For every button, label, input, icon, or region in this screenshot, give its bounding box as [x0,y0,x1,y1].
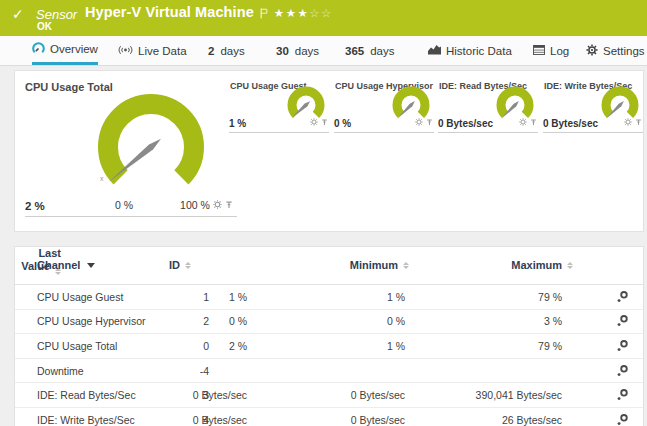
column-label: Maximum [511,259,562,271]
flag-icon[interactable] [260,5,268,23]
tab-label: Log [550,45,569,57]
table-row[interactable]: CPU Usage Total 0 2 % 1 % 79 % [15,334,643,359]
gauge-settings-gear-icon[interactable] [310,112,318,130]
rating-stars[interactable]: ★★★☆☆ [274,6,333,20]
channel-maximum: 79 % [538,291,562,303]
channel-name[interactable]: CPU Usage Guest [37,291,123,303]
sort-desc-caret-icon [87,263,95,268]
gauge-pin-icon[interactable] [321,112,328,130]
gauges-panel: CPU Usage Total x 0 % 100 % 2 % CPU Usag… [14,70,644,232]
gauge-pin-icon[interactable] [426,112,433,130]
channel-name[interactable]: CPU Usage Total [37,340,117,352]
table-row[interactable]: CPU Usage Guest 1 1 % 1 % 79 % [15,285,643,310]
tab-overview[interactable]: Overview [32,36,98,65]
column-header-minimum[interactable]: Minimum [350,259,409,271]
column-header-maximum[interactable]: Maximum [511,259,573,271]
tab-label-number: 30 [276,45,289,57]
channel-name[interactable]: CPU Usage Hypervisor [37,315,146,327]
channel-last-value: 0 Bytes/sec [193,389,247,401]
table-row[interactable]: CPU Usage Hypervisor 2 0 % 0 % 3 % [15,310,643,335]
tab-settings[interactable]: Settings [586,36,645,65]
gauge-current-value: 2 % [25,200,45,212]
tab-label: Live Data [138,45,187,57]
gauge-settings-gear-icon[interactable] [415,112,423,130]
tab-label: Settings [603,45,645,57]
table-row[interactable]: Downtime -4 [15,359,643,384]
gauge-settings-gear-icon[interactable] [624,112,632,130]
gauge-tile-cpu-usage-guest: CPU Usage Guest 1 % [229,77,329,133]
channel-settings-icon[interactable] [616,413,629,426]
channel-last-value: 0 % [229,315,247,327]
tab-label-number: 2 [208,45,214,57]
object-kind-label: Sensor [36,7,77,22]
gauge-settings-gear-icon[interactable] [213,195,222,213]
column-label: Channel [37,259,80,271]
channel-last-value: 0 Bytes/sec [193,414,247,426]
tab-label: days [370,45,394,57]
channel-name[interactable]: IDE: Write Bytes/Sec [37,414,135,426]
channel-minimum: 0 Bytes/sec [351,414,405,426]
tab-365-days[interactable]: 365 days [345,36,394,65]
tab-30-days[interactable]: 30 days [276,36,319,65]
gauge-current-value: 0 % [334,118,351,129]
channel-settings-icon[interactable] [616,339,629,352]
tab-label: Historic Data [446,45,512,57]
column-label: ID [169,259,180,271]
cpu-usage-total-gauge: x [91,89,211,209]
area-chart-icon [428,44,441,57]
gear-icon [586,44,598,58]
tab-label: days [220,45,244,57]
broadcast-icon [118,44,133,58]
channel-settings-icon[interactable] [616,389,629,402]
column-header-id[interactable]: ID [169,259,191,271]
gauge-tile-cpu-usage-total: CPU Usage Total x 0 % 100 % 2 % [25,77,237,217]
channel-maximum: 3 % [544,315,562,327]
gauge-pin-icon[interactable] [530,112,537,130]
tab-label-number: 365 [345,45,364,57]
gauge-tile-ide-write: IDE: Write Bytes/Sec 0 Bytes/sec [543,77,643,133]
page-title: Hyper-V Virtual Machine [85,4,254,20]
table-header-row: Channel ID Last Value Minimum Maximum [15,247,643,285]
gauge-pin-icon[interactable] [635,112,642,130]
channel-id: 0 [203,340,209,352]
channel-name[interactable]: IDE: Read Bytes/Sec [37,389,136,401]
table-row[interactable]: IDE: Write Bytes/Sec 4 0 Bytes/sec 0 Byt… [15,408,643,426]
channel-id: -4 [200,365,209,377]
column-label: Minimum [350,259,398,271]
gauge-icon [32,42,45,57]
tab-historic-data[interactable]: Historic Data [428,36,512,65]
channel-table-panel: Channel ID Last Value Minimum Maximum CP… [14,246,644,426]
column-header-channel[interactable]: Channel [37,259,95,271]
channel-minimum: 0 Bytes/sec [351,389,405,401]
tab-log[interactable]: Log [533,36,569,65]
table-row[interactable]: IDE: Read Bytes/Sec 3 0 Bytes/sec 0 Byte… [15,383,643,408]
channel-settings-icon[interactable] [616,364,629,377]
status-badge: OK [37,21,52,32]
channel-minimum: 1 % [387,340,405,352]
tab-label: Overview [50,43,98,55]
sort-toggle-icon [185,262,191,269]
channel-last-value: 2 % [229,340,247,352]
gauge-min-label: 0 % [107,199,141,211]
log-icon [533,45,545,57]
tab-live-data[interactable]: Live Data [118,36,187,65]
channel-settings-icon[interactable] [616,290,629,303]
channel-settings-icon[interactable] [616,315,629,328]
gauge-pin-icon[interactable] [225,195,233,213]
gauge-current-value: 0 Bytes/sec [543,118,598,129]
gauge-max-label: 100 % [173,199,217,211]
channel-maximum: 79 % [538,340,562,352]
gauge-settings-gear-icon[interactable] [519,112,527,130]
gauge-tile-ide-read: IDE: Read Bytes/Sec 0 Bytes/sec [438,77,538,133]
gauge-current-value: 0 Bytes/sec [438,118,493,129]
table-body: CPU Usage Guest 1 1 % 1 % 79 % CPU Usage… [15,285,643,426]
channel-id: 2 [203,315,209,327]
channel-maximum: 26 Bytes/sec [502,414,562,426]
gauge-current-value: 1 % [229,118,246,129]
tab-2-days[interactable]: 2 days [208,36,245,65]
gauge-tile-cpu-usage-hypervisor: CPU Usage Hypervisor 0 % [334,77,434,133]
channel-id: 1 [203,291,209,303]
svg-text:x: x [100,175,104,182]
channel-minimum: 1 % [387,291,405,303]
channel-name[interactable]: Downtime [37,365,84,377]
